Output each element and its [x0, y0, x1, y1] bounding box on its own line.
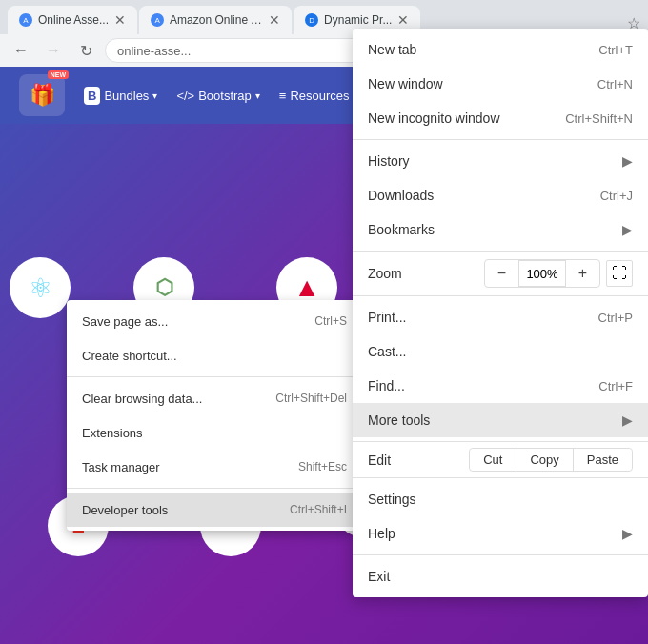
menu-zoom-row: Zoom − 100% + ⛶	[353, 255, 648, 292]
tab-1-label: Online Asse...	[38, 13, 109, 27]
context-menu: Save page as... Ctrl+S Create shortcut..…	[67, 300, 362, 531]
menu-help-label: Help	[368, 526, 615, 541]
back-button[interactable]: ←	[8, 37, 34, 64]
menu-settings-label: Settings	[368, 492, 633, 507]
ctx-extensions-label: Extensions	[82, 426, 143, 440]
edit-cut-button[interactable]: Cut	[470, 449, 516, 471]
arrow-right-icon: ▶	[622, 222, 633, 237]
tab-2-label: Amazon Online Ass...	[170, 13, 263, 27]
menu-incognito-label: New incognito window	[368, 111, 565, 126]
chrome-dropdown-menu: New tab Ctrl+T New window Ctrl+N New inc…	[353, 29, 648, 597]
zoom-value-display: 100%	[519, 260, 565, 287]
arrow-right-icon: ▶	[622, 526, 633, 541]
tab-3-label: Dynamic Pr...	[324, 13, 392, 27]
ctx-create-shortcut[interactable]: Create shortcut...	[67, 338, 362, 372]
menu-print-label: Print...	[368, 310, 598, 325]
fullscreen-button[interactable]: ⛶	[606, 260, 633, 287]
menu-incognito[interactable]: New incognito window Ctrl+Shift+N	[353, 101, 648, 135]
menu-new-tab[interactable]: New tab Ctrl+T	[353, 32, 648, 67]
menu-separator-2	[353, 251, 648, 252]
menu-incognito-shortcut: Ctrl+Shift+N	[565, 111, 633, 126]
circle-react: ⚛	[10, 257, 71, 318]
tab-3-close[interactable]: ✕	[397, 12, 409, 28]
menu-new-tab-label: New tab	[368, 42, 598, 57]
menu-find[interactable]: Find... Ctrl+F	[353, 369, 648, 403]
ctx-developer-tools[interactable]: Developer tools Ctrl+Shift+I	[67, 493, 362, 527]
tab-2-favicon: A	[151, 13, 164, 27]
menu-help[interactable]: Help ▶	[353, 516, 648, 551]
tab-1-close[interactable]: ✕	[114, 12, 126, 28]
menu-bookmarks-label: Bookmarks	[368, 222, 615, 237]
menu-print[interactable]: Print... Ctrl+P	[353, 300, 648, 334]
menu-cast-label: Cast...	[368, 344, 633, 359]
menu-new-window[interactable]: New window Ctrl+N	[353, 67, 648, 101]
ctx-separator-2	[67, 488, 362, 489]
nav-resources[interactable]: ≡ Resources ▾	[279, 89, 358, 103]
nav-bundles[interactable]: B Bundles ▾	[84, 87, 157, 105]
menu-zoom-label: Zoom	[368, 266, 484, 281]
menu-find-label: Find...	[368, 378, 598, 393]
menu-new-tab-shortcut: Ctrl+T	[598, 43, 633, 57]
menu-new-window-shortcut: Ctrl+N	[597, 77, 633, 91]
ctx-clear-shortcut: Ctrl+Shift+Del	[275, 392, 347, 405]
ctx-developer-tools-label: Developer tools	[82, 503, 168, 517]
refresh-button[interactable]: ↻	[72, 37, 99, 64]
menu-downloads-shortcut: Ctrl+J	[600, 189, 633, 203]
menu-history[interactable]: History ▶	[353, 144, 648, 178]
menu-separator-3	[353, 295, 648, 296]
menu-cast[interactable]: Cast...	[353, 334, 648, 369]
tab-1-favicon: A	[19, 13, 32, 27]
ctx-save-page[interactable]: Save page as... Ctrl+S	[67, 304, 362, 338]
menu-settings[interactable]: Settings	[353, 482, 648, 516]
menu-exit-label: Exit	[368, 569, 633, 584]
ctx-task-manager[interactable]: Task manager Shift+Esc	[67, 450, 362, 484]
arrow-right-icon: ▶	[622, 153, 633, 169]
chevron-down-icon: ▾	[255, 91, 260, 101]
menu-separator-1	[353, 139, 648, 140]
ctx-task-manager-shortcut: Shift+Esc	[298, 460, 347, 473]
menu-downloads-label: Downloads	[368, 188, 600, 203]
tab-3-favicon: D	[305, 13, 318, 27]
tab-2-close[interactable]: ✕	[269, 12, 280, 28]
menu-bookmarks[interactable]: Bookmarks ▶	[353, 212, 648, 247]
address-text: online-asse...	[117, 44, 191, 58]
ctx-task-manager-label: Task manager	[82, 460, 160, 474]
menu-print-shortcut: Ctrl+P	[598, 311, 633, 325]
menu-find-shortcut: Ctrl+F	[598, 379, 633, 393]
menu-more-tools-label: More tools	[368, 413, 615, 428]
ctx-extensions[interactable]: Extensions	[67, 415, 362, 450]
menu-history-label: History	[368, 153, 615, 169]
ctx-save-page-shortcut: Ctrl+S	[314, 314, 347, 328]
menu-edit-row: Edit Cut Copy Paste	[353, 446, 648, 473]
menu-new-window-label: New window	[368, 76, 597, 91]
zoom-minus-button[interactable]: −	[485, 260, 519, 287]
site-logo: 🎁 NEW	[19, 74, 65, 116]
menu-downloads[interactable]: Downloads Ctrl+J	[353, 178, 648, 212]
menu-separator-4	[353, 441, 648, 442]
menu-separator-6	[353, 554, 648, 555]
menu-separator-5	[353, 477, 648, 478]
ctx-create-shortcut-label: Create shortcut...	[82, 349, 177, 363]
chevron-down-icon: ▾	[152, 91, 157, 101]
menu-more-tools[interactable]: More tools ▶	[353, 403, 648, 437]
logo-badge: NEW	[48, 70, 69, 79]
ctx-save-page-label: Save page as...	[82, 314, 168, 329]
ctx-developer-tools-shortcut: Ctrl+Shift+I	[290, 503, 347, 516]
nav-bootstrap[interactable]: </> Bootstrap ▾	[176, 89, 259, 103]
edit-paste-button[interactable]: Paste	[574, 449, 632, 471]
menu-edit-label: Edit	[368, 453, 469, 468]
ctx-separator-1	[67, 376, 362, 377]
zoom-plus-button[interactable]: +	[565, 260, 599, 287]
forward-button[interactable]: →	[40, 37, 67, 64]
tab-2[interactable]: A Amazon Online Ass... ✕	[139, 6, 292, 34]
ctx-clear-browsing[interactable]: Clear browsing data... Ctrl+Shift+Del	[67, 381, 362, 415]
tab-1[interactable]: A Online Asse... ✕	[8, 6, 137, 34]
arrow-right-icon: ▶	[622, 413, 633, 428]
edit-copy-button[interactable]: Copy	[516, 449, 573, 471]
menu-exit[interactable]: Exit	[353, 559, 648, 594]
ctx-clear-browsing-label: Clear browsing data...	[82, 392, 202, 406]
